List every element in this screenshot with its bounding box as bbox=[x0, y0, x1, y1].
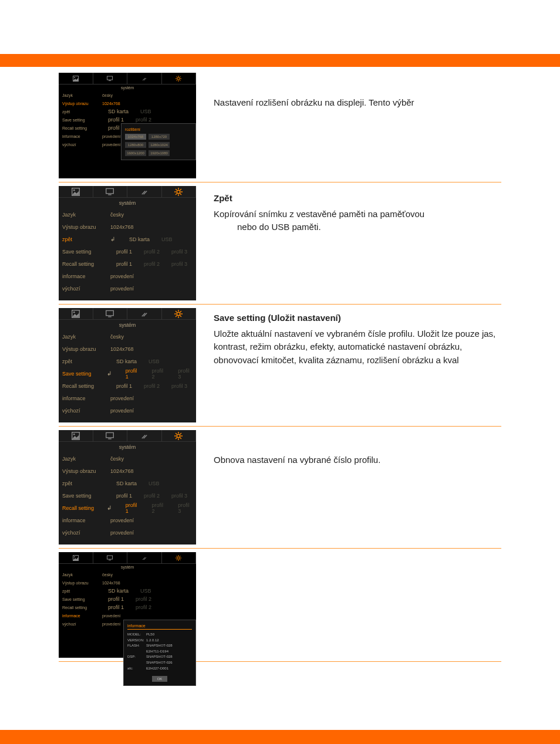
row-opt[interactable]: profil 1 bbox=[116, 261, 132, 267]
tab-tools[interactable] bbox=[127, 186, 162, 197]
row-opt[interactable]: profil 2 bbox=[136, 596, 151, 602]
row-label: Jazyk bbox=[62, 334, 104, 340]
row-label: Výstup obrazu bbox=[62, 224, 104, 230]
row-opt[interactable]: profil 2 bbox=[152, 368, 167, 380]
row-label: zpět bbox=[62, 589, 96, 593]
tab-image[interactable] bbox=[59, 73, 93, 84]
res-option[interactable]: 1600x1200 bbox=[125, 150, 146, 156]
ok-button[interactable]: OK bbox=[152, 676, 167, 682]
row-opt[interactable]: profil 2 bbox=[144, 493, 160, 499]
row-value: provedení bbox=[102, 143, 120, 147]
row-opt[interactable]: SD karta bbox=[108, 588, 129, 594]
row-opt[interactable]: profil 1 bbox=[126, 368, 140, 380]
section-row: systém Jazykčesky Výstup obrazu1024x768 … bbox=[59, 308, 501, 427]
tab-bar bbox=[59, 430, 196, 442]
row-opt[interactable]: USB bbox=[161, 236, 173, 242]
tab-settings[interactable] bbox=[162, 430, 197, 441]
tab-display[interactable] bbox=[93, 430, 128, 441]
row-value: provedení bbox=[110, 395, 134, 401]
panel-title: systém bbox=[59, 320, 196, 330]
panel-title: systém bbox=[59, 442, 196, 452]
row-opt[interactable]: SD karta bbox=[129, 236, 150, 242]
row-opt[interactable]: USB bbox=[149, 481, 160, 486]
tab-bar bbox=[59, 73, 196, 84]
tab-settings[interactable] bbox=[162, 73, 197, 84]
row-opt[interactable]: profil 3 bbox=[171, 249, 187, 255]
row-opt[interactable]: profil 2 bbox=[144, 249, 160, 255]
row-opt[interactable]: profil 2 bbox=[144, 383, 160, 389]
svg-rect-2 bbox=[107, 76, 113, 80]
tab-settings[interactable] bbox=[162, 308, 197, 319]
section-row: systém Jazykčesky Výstup obrazu1024x768 … bbox=[59, 186, 501, 305]
row-opt[interactable]: USB bbox=[140, 588, 151, 594]
tab-image[interactable] bbox=[59, 186, 93, 197]
desc-title: Save setting (Uložit nastavení) bbox=[214, 312, 501, 325]
row-opt[interactable]: SD karta bbox=[116, 359, 137, 364]
res-option[interactable]: 1280x800 bbox=[125, 142, 146, 148]
row-opt[interactable]: USB bbox=[149, 359, 160, 364]
row-opt[interactable]: profil 1 bbox=[116, 383, 132, 389]
row-opt[interactable]: profil 1 bbox=[116, 249, 132, 255]
tab-settings[interactable] bbox=[162, 552, 197, 563]
row-value: provedení bbox=[110, 518, 134, 523]
row-opt[interactable]: profil 1 bbox=[116, 493, 132, 499]
tab-display[interactable] bbox=[93, 308, 128, 319]
res-option[interactable]: 1280x720 bbox=[149, 134, 170, 140]
row-label: Recall setting bbox=[62, 126, 96, 130]
tab-display[interactable] bbox=[93, 186, 128, 197]
row-value: česky bbox=[110, 456, 124, 462]
row-value: provedení bbox=[110, 408, 134, 414]
tab-image[interactable] bbox=[59, 552, 93, 563]
row-opt[interactable]: USB bbox=[140, 109, 151, 114]
row-opt[interactable]: profil 3 bbox=[178, 368, 193, 380]
row-opt[interactable]: SD karta bbox=[116, 481, 137, 486]
res-option[interactable]: 1024x768 bbox=[125, 134, 146, 140]
row-label: Save setting bbox=[62, 597, 96, 601]
svg-rect-23 bbox=[109, 560, 111, 560]
row-opt[interactable]: profil 1 bbox=[108, 117, 124, 123]
row-opt[interactable]: SD karta bbox=[108, 109, 129, 114]
section-row: systém Jazykčesky Výstup obrazu1024x768 … bbox=[59, 430, 501, 549]
row-label: informace bbox=[62, 273, 104, 279]
row-opt[interactable]: profil 3 bbox=[178, 502, 193, 514]
row-value: provedení bbox=[110, 273, 134, 279]
tab-settings[interactable] bbox=[162, 186, 197, 197]
tab-image[interactable] bbox=[59, 430, 93, 441]
content: systém Jazykčesky Výstup obrazu1024x768 … bbox=[0, 67, 560, 689]
res-option[interactable]: 1280x1024 bbox=[149, 142, 170, 148]
settings-panel: systém Jazykčesky Výstup obrazu1024x768 … bbox=[59, 308, 196, 422]
row-label: Recall setting bbox=[62, 606, 96, 610]
row-value: česky bbox=[110, 334, 124, 340]
row-opt[interactable]: profil 2 bbox=[136, 604, 151, 610]
row-label: Save setting bbox=[62, 493, 104, 499]
tab-image[interactable] bbox=[59, 308, 93, 319]
row-label: Výstup obrazu bbox=[62, 581, 96, 585]
svg-rect-7 bbox=[106, 188, 114, 193]
section-description bbox=[196, 552, 501, 658]
tab-display[interactable] bbox=[93, 73, 128, 84]
row-label: výchozí bbox=[62, 622, 96, 626]
row-opt[interactable]: profil 3 bbox=[171, 383, 187, 389]
resolution-popup: rozlišení 1024x768 1280x720 1280x800 128… bbox=[121, 123, 196, 160]
tab-tools[interactable] bbox=[127, 552, 162, 563]
row-opt[interactable]: profil 2 bbox=[136, 117, 151, 123]
tab-display[interactable] bbox=[93, 552, 128, 563]
svg-point-6 bbox=[73, 189, 75, 191]
row-opt[interactable]: profil 1 bbox=[126, 502, 140, 514]
row-opt[interactable]: profil 1 bbox=[108, 596, 124, 602]
row-label: výchozí bbox=[62, 286, 104, 292]
row-opt[interactable]: profil 1 bbox=[108, 604, 124, 610]
tab-tools[interactable] bbox=[127, 308, 162, 319]
row-opt[interactable]: profil 2 bbox=[144, 261, 160, 267]
tab-tools[interactable] bbox=[127, 430, 162, 441]
svg-point-16 bbox=[73, 433, 75, 435]
row-opt[interactable]: profil 3 bbox=[171, 493, 187, 499]
row-opt[interactable]: profil 2 bbox=[152, 502, 167, 514]
row-label: výchozí bbox=[62, 408, 104, 414]
info-key bbox=[127, 660, 146, 666]
row-opt[interactable]: profil 3 bbox=[171, 261, 187, 267]
svg-point-21 bbox=[74, 556, 75, 557]
info-val: 1.2.0.12 bbox=[146, 638, 159, 644]
tab-tools[interactable] bbox=[127, 73, 162, 84]
res-option[interactable]: 1920x1080 bbox=[149, 150, 170, 156]
